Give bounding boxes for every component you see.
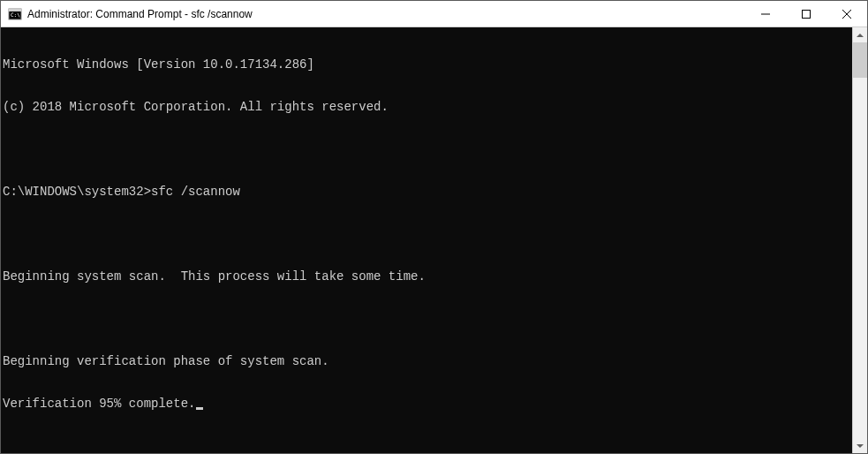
terminal-output[interactable]: Microsoft Windows [Version 10.0.17134.28… — [1, 27, 852, 453]
scroll-down-button[interactable] — [853, 438, 867, 453]
scroll-thumb[interactable] — [853, 42, 867, 78]
maximize-icon — [802, 10, 811, 19]
prompt-command: sfc /scannow — [151, 185, 240, 199]
maximize-button[interactable] — [786, 1, 826, 26]
cmd-icon: C:\ — [8, 7, 22, 21]
svg-text:C:\: C:\ — [11, 11, 20, 18]
command-prompt-window: C:\ Administrator: Command Prompt - sfc … — [0, 0, 868, 454]
output-blank — [3, 312, 852, 326]
close-button[interactable] — [826, 1, 867, 26]
progress-text: Verification 95% complete. — [3, 397, 195, 411]
window-controls — [745, 1, 867, 26]
output-blank — [3, 227, 852, 241]
svg-rect-4 — [803, 10, 811, 18]
minimize-icon — [761, 10, 770, 19]
close-icon — [842, 10, 851, 19]
prompt-path: C:\WINDOWS\system32> — [3, 185, 151, 199]
terminal-area: Microsoft Windows [Version 10.0.17134.28… — [1, 27, 867, 453]
vertical-scrollbar[interactable] — [852, 27, 867, 453]
output-prompt-line: C:\WINDOWS\system32>sfc /scannow — [3, 185, 852, 199]
scroll-track[interactable] — [853, 42, 867, 438]
minimize-button[interactable] — [745, 1, 786, 26]
chevron-down-icon — [857, 443, 864, 450]
titlebar[interactable]: C:\ Administrator: Command Prompt - sfc … — [1, 1, 867, 27]
output-line: Beginning verification phase of system s… — [3, 354, 852, 368]
output-progress-line: Verification 95% complete. — [3, 397, 852, 411]
output-blank — [3, 142, 852, 156]
window-title: Administrator: Command Prompt - sfc /sca… — [27, 8, 745, 20]
chevron-up-icon — [857, 32, 864, 39]
scroll-up-button[interactable] — [853, 27, 867, 42]
text-cursor — [196, 407, 203, 410]
output-line: Microsoft Windows [Version 10.0.17134.28… — [3, 57, 852, 72]
output-line: Beginning system scan. This process will… — [3, 269, 852, 284]
output-line: (c) 2018 Microsoft Corporation. All righ… — [3, 100, 852, 114]
